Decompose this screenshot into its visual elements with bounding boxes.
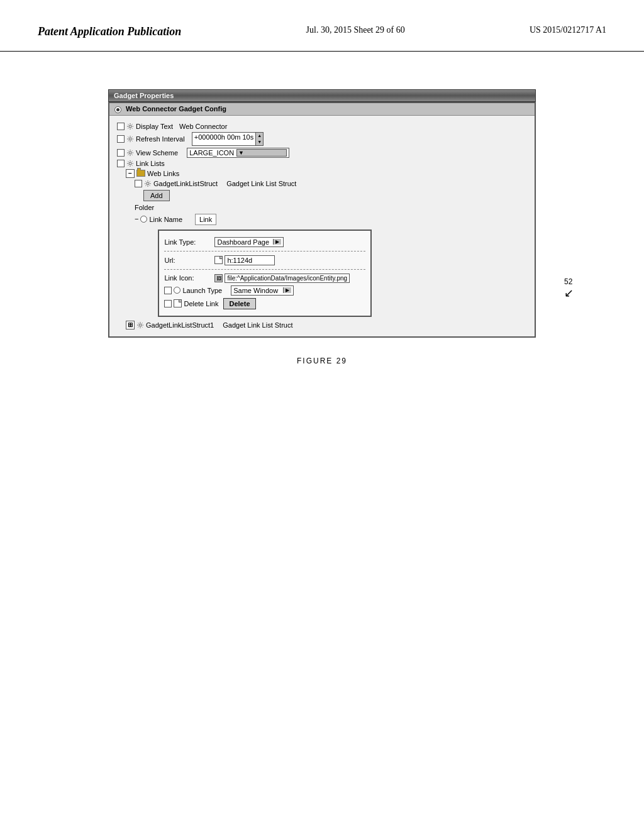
display-text-checkbox[interactable] (117, 123, 125, 130)
gadget-properties-title: Gadget Properties (114, 92, 174, 99)
link-lists-row: Link Lists (117, 160, 527, 167)
web-links-row: − Web Links (126, 169, 527, 178)
delete-label: Delete Link (184, 300, 218, 307)
link-name-label: Link Name (149, 216, 182, 223)
link-type-value: Dashboard Page (217, 238, 269, 246)
link-type-label: Link Type: (164, 238, 214, 246)
link-type-arrow[interactable]: ▶ (273, 239, 281, 245)
gear-icon-view-scheme (126, 149, 134, 157)
svg-point-3 (129, 162, 131, 165)
link-type-dropdown[interactable]: Dashboard Page ▶ (214, 237, 284, 247)
svg-point-1 (129, 138, 131, 140)
svg-point-5 (139, 324, 142, 326)
ref-52-label: 52 (564, 277, 572, 286)
launch-type-label: Launch Type (182, 287, 222, 294)
folder-label-row: Folder (135, 204, 527, 211)
gadget-properties-bar: Gadget Properties (108, 89, 536, 102)
sheet-info: Jul. 30, 2015 Sheet 29 of 60 (306, 25, 405, 35)
link-icon-value[interactable]: file:^ApplicationData/Images/iconEntity.… (225, 274, 350, 283)
svg-point-4 (147, 182, 149, 185)
link-icon-img: 🖼 (214, 274, 223, 282)
view-scheme-row: View Scheme LARGE_ICON ▼ (117, 148, 527, 158)
arrow-up[interactable]: ▲ (256, 133, 263, 139)
add-button[interactable]: Add (143, 190, 170, 201)
url-label: Url: (164, 257, 214, 264)
patent-number: US 2015/0212717 A1 (530, 25, 606, 35)
struct1-value: Gadget Link List Struct (223, 321, 292, 329)
launch-type-arrow[interactable]: ▶ (283, 287, 291, 293)
display-text-row: Display Text Web Connector (117, 123, 527, 130)
svg-point-2 (129, 152, 131, 154)
link-type-row: Link Type: Dashboard Page ▶ (164, 237, 365, 247)
config-body: Display Text Web Connector Refresh Inter… (109, 116, 535, 336)
folder-text-label: Folder (135, 204, 154, 211)
launch-type-checkbox[interactable] (164, 287, 172, 294)
struct1-expand[interactable]: ⊞ (126, 321, 135, 329)
display-text-value: Web Connector (179, 123, 227, 130)
display-text-label: Display Text (136, 123, 173, 130)
add-button-row: Add (143, 190, 527, 201)
gadgetlinkliststruct-value: Gadget Link List Struct (226, 180, 296, 187)
url-doc-icon (214, 256, 223, 264)
gear-icon-display-text (126, 123, 134, 130)
refresh-interval-row: Refresh Interval +000000h 00m 10s ▲ ▼ (117, 132, 527, 146)
arrow-down[interactable]: ▼ (256, 139, 263, 145)
view-scheme-dropdown[interactable]: LARGE_ICON ▼ (187, 148, 289, 158)
config-header: Web Connector Gadget Config (109, 103, 535, 116)
link-name-radio[interactable] (140, 216, 147, 223)
gear-icon-struct1 (136, 321, 144, 329)
launch-type-dropdown[interactable]: Same Window ▶ (231, 285, 294, 296)
url-value[interactable]: h:1124d (225, 255, 275, 265)
launch-type-row: Launch Type Same Window ▶ (164, 285, 365, 296)
refresh-interval-label: Refresh Interval (136, 135, 185, 143)
view-scheme-arrow[interactable]: ▼ (236, 149, 287, 157)
gear-icon-refresh (126, 135, 134, 143)
dotted-divider-1 (164, 251, 365, 252)
gadgetlinkliststruct-checkbox[interactable] (135, 180, 142, 187)
page-header: Patent Application Publication Jul. 30, … (0, 0, 644, 52)
struct1-label: GadgetLinkListStruct1 (146, 321, 214, 329)
delete-icon (174, 299, 182, 307)
folder-icon-web-links (136, 170, 145, 177)
delete-checkbox[interactable] (164, 300, 172, 307)
config-header-label: Web Connector Gadget Config (126, 105, 226, 113)
link-lists-checkbox[interactable] (117, 160, 125, 167)
publication-label: Patent Application Publication (38, 25, 181, 38)
view-scheme-checkbox[interactable] (117, 149, 125, 157)
launch-type-wrapper: Launch Type Same Window ▶ (164, 285, 294, 296)
refresh-interval-checkbox[interactable] (117, 135, 125, 143)
refresh-interval-value: +000000h 00m 10s (192, 133, 256, 145)
refresh-interval-arrows[interactable]: ▲ ▼ (255, 133, 263, 145)
gadget-link-list-struct-row: GadgetLinkListStruct Gadget Link List St… (135, 180, 527, 187)
config-panel: Web Connector Gadget Config Display Text… (108, 102, 536, 338)
gear-icon-link-lists (126, 160, 134, 167)
link-icon-label: Link Icon: (164, 274, 214, 282)
gadget-link-list-struct1-row: ⊞ GadgetLinkListStruct1 Gadget Link List… (126, 321, 527, 329)
ref-52-container: 52 ↙ (564, 277, 574, 300)
dotted-divider-2 (164, 269, 365, 270)
launch-type-value: Same Window (233, 287, 278, 294)
gear-icon-gadgetlinkliststruct (144, 180, 152, 187)
view-scheme-label: View Scheme (136, 149, 178, 157)
figure-caption: FIGURE 29 (38, 357, 606, 365)
ref-52-arrow: ↙ (564, 286, 574, 300)
link-lists-label: Link Lists (136, 160, 165, 167)
view-scheme-value: LARGE_ICON (189, 149, 234, 157)
link-name-expand[interactable]: − (135, 215, 138, 223)
delete-row: Delete Link Delete (164, 298, 365, 309)
link-name-header: Link Name Link (140, 214, 372, 225)
link-name-value-box: Link (195, 214, 216, 225)
gadgetlinkliststruct-label: GadgetLinkListStruct (153, 180, 218, 187)
link-icon-row: Link Icon: 🖼 file:^ApplicationData/Image… (164, 274, 365, 283)
url-row: Url: h:1124d (164, 255, 365, 265)
delete-button[interactable]: Delete (223, 298, 255, 309)
web-links-label: Web Links (147, 170, 179, 177)
link-name-row: − Link Name Link Link Type: (135, 214, 527, 317)
link-sub-panel: Link Type: Dashboard Page ▶ Url: (158, 230, 372, 317)
link-name-content: Link Name Link Link Type: Dashboard Page… (140, 214, 372, 317)
web-links-expand[interactable]: − (126, 169, 135, 178)
launch-type-radio[interactable] (174, 287, 180, 294)
svg-point-0 (129, 125, 131, 128)
refresh-interval-input[interactable]: +000000h 00m 10s ▲ ▼ (192, 132, 264, 146)
main-content: Gadget Properties Web Connector Gadget C… (0, 52, 644, 390)
